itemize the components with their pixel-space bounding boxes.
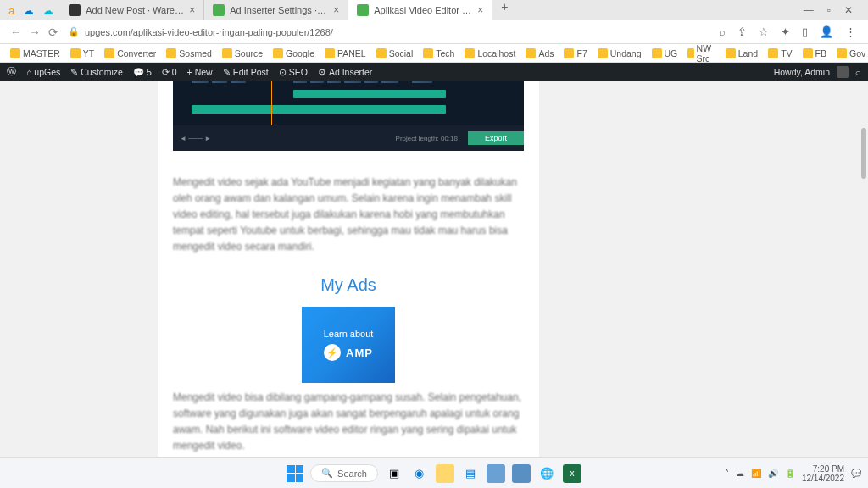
article-paragraph-1: Mengedit video sejak ada YouTube menjadi… [173,175,524,255]
search-camera-icon[interactable]: ⌕ [719,25,726,38]
amp-ad-box[interactable]: Learn about ⚡ AMP [302,307,395,383]
folder-icon [768,48,778,58]
amp-learn-text: Learn about [324,329,374,339]
wp-seo[interactable]: ⊙ SEO [279,67,308,77]
tray-clock[interactable]: 7:20 PM 12/14/2022 [802,464,844,483]
folder-icon [837,48,847,58]
bookmark-item[interactable]: Ads [522,48,557,58]
reload-button[interactable]: ⟳ [44,25,63,39]
close-window-icon[interactable]: ✕ [844,4,853,16]
bookmark-item[interactable]: FB [799,48,830,58]
bookmark-item[interactable]: Localhost [461,48,519,58]
forward-button[interactable]: → [25,25,44,39]
wp-customize[interactable]: ✎ Customize [70,67,123,77]
wp-updates[interactable]: ⟳ 0 [162,67,177,77]
wp-howdy[interactable]: Howdy, Admin [774,67,830,77]
wp-admin-bar: ⓦ ⌂ upGes ✎ Customize 💬 5 ⟳ 0 + New ✎ Ed… [0,63,868,81]
taskbar-edge[interactable]: ◉ [410,464,429,483]
tray-volume-icon[interactable]: 🔊 [768,469,778,478]
profile-icon[interactable]: 👤 [820,25,833,38]
search-icon[interactable]: ⌕ [855,67,861,77]
minimize-icon[interactable]: — [804,4,814,16]
share-icon[interactable]: ⇪ [737,25,747,38]
wp-adinserter[interactable]: ⚙ Ad Inserter [318,67,372,77]
browser-tabs: Add New Post · WareData — W× Ad Inserter… [60,0,792,20]
wp-edit-post[interactable]: ✎ Edit Post [223,67,269,77]
tray-wifi-icon[interactable]: 📶 [751,469,761,478]
bookmark-item[interactable]: F7 [560,48,590,58]
puzzle-icon[interactable]: ✦ [781,25,790,38]
tray-battery-icon[interactable]: 🔋 [785,469,795,478]
my-ads-heading: My Ads [173,275,524,295]
address-bar[interactable]: 🔒 upges.com/aplikasi-video-editor-ringan… [63,26,719,37]
folder-icon [325,48,335,58]
system-tray: ˄ ☁ 📶 🔊 🔋 7:20 PM 12/14/2022 💬 [725,464,861,483]
taskbar-app1[interactable] [487,464,505,483]
notifications-icon[interactable]: 💬 [851,469,861,478]
bookmark-item[interactable]: Undang [594,48,645,58]
taskbar-explorer[interactable] [436,464,454,483]
taskbar-excel[interactable]: x [563,464,581,483]
close-icon[interactable]: × [333,4,339,16]
menu-icon[interactable]: ⋮ [845,25,856,38]
folder-icon [70,48,81,58]
tab-adinserter[interactable]: Ad Inserter Settings · upGes — × [204,0,348,20]
reading-list-icon[interactable]: ▯ [802,25,808,38]
bookmark-item[interactable]: TV [765,48,795,58]
folder-icon [104,48,114,58]
star-icon[interactable]: ☆ [759,25,769,38]
taskbar-chrome[interactable]: 🌐 [537,464,556,483]
taskbar-taskview[interactable]: ▣ [385,464,403,483]
folder-icon [598,48,608,58]
bookmark-item[interactable]: Converter [101,48,159,58]
folder-icon [564,48,574,58]
folder-icon [526,48,536,58]
bookmark-item[interactable]: Source [219,48,266,58]
article-paragraph-2: Mengedit video bisa dibilang gampang-gam… [173,390,524,454]
url-text: upges.com/aplikasi-video-editor-ringan-p… [85,27,333,37]
folder-icon [376,48,387,58]
taskbar-app2[interactable] [512,464,531,483]
tray-onedrive-icon[interactable]: ☁ [736,469,744,478]
close-icon[interactable]: × [477,4,483,16]
bookmark-item[interactable]: YT [67,48,97,58]
bookmark-item[interactable]: MASTER [7,48,64,58]
bookmark-item[interactable]: UG [648,48,682,58]
avatar[interactable] [837,66,849,78]
back-button[interactable]: ← [7,25,25,39]
folder-icon [465,48,475,58]
scrollbar-thumb[interactable] [861,128,866,179]
folder-icon [423,48,433,58]
wp-site-name[interactable]: ⌂ upGes [26,67,60,77]
new-tab-button[interactable]: + [492,0,516,20]
wp-logo[interactable]: ⓦ [7,66,16,78]
amp-label: AMP [346,347,373,359]
folder-icon [803,48,813,58]
taskbar-search[interactable]: 🔍Search [310,464,378,482]
vertical-scrollbar[interactable] [860,81,868,458]
taskbar-store[interactable]: ▤ [461,464,480,483]
bookmark-item[interactable]: Social [373,48,417,58]
bookmark-item[interactable]: Land [722,48,761,58]
maximize-icon[interactable]: ▫ [827,4,831,16]
video-editor-screenshot: ◄ ─── ► Project length: 00:18 Export [173,81,524,151]
browser-titlebar: a ☁ ☁ Add New Post · WareData — W× Ad In… [0,0,868,20]
bookmarks-bar: MASTER YT Converter Sosmed Source Google… [0,44,868,63]
bookmark-item[interactable]: Gov [833,48,868,58]
wp-new[interactable]: + New [187,67,213,77]
bookmark-item[interactable]: NW Src [684,43,719,64]
window-controls: — ▫ ✕ [792,4,865,16]
tray-chevron-icon[interactable]: ˄ [725,469,729,478]
wp-comments[interactable]: 💬 5 [133,67,152,78]
tab-upges-article[interactable]: Aplikasi Video Editor Ringan Pal× [348,0,492,20]
folder-icon [687,48,693,58]
bookmark-item[interactable]: Tech [420,48,458,58]
tab-label: Add New Post · WareData — W [86,5,184,15]
bookmark-item[interactable]: PANEL [321,48,370,58]
bookmark-item[interactable]: Google [270,48,318,58]
tab-waredata[interactable]: Add New Post · WareData — W× [60,0,204,20]
close-icon[interactable]: × [189,4,195,16]
bookmark-item[interactable]: Sosmed [163,48,215,58]
folder-icon [652,48,662,58]
start-button[interactable] [287,465,303,482]
